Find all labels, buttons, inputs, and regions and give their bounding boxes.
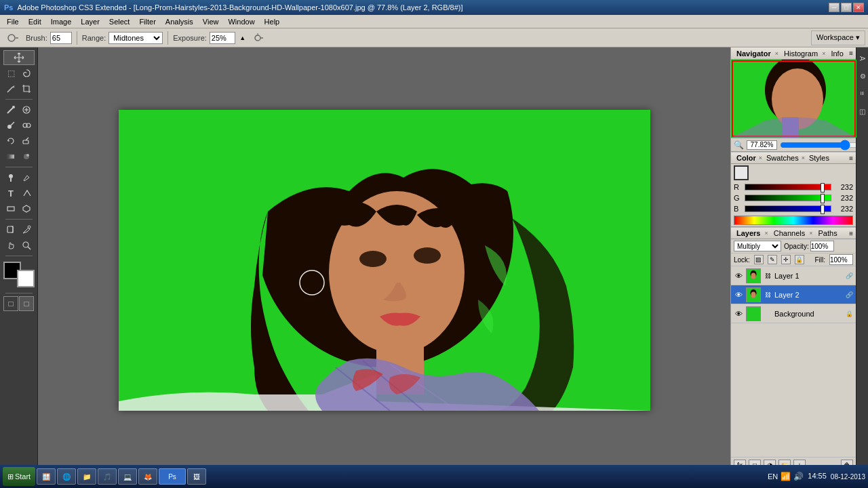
lock-position-icon[interactable]: ✛: [781, 255, 791, 264]
menu-edit[interactable]: Edit: [24, 16, 45, 27]
taskbar-item-imageready[interactable]: 🖼: [187, 468, 206, 485]
range-select[interactable]: Midtones Shadows Highlights: [108, 32, 163, 44]
color-spectrum-bar[interactable]: [734, 216, 853, 225]
tool-lasso[interactable]: [19, 66, 34, 81]
panel-close-icon[interactable]: ≡: [849, 49, 853, 57]
tool-eraser[interactable]: [19, 134, 34, 148]
panel-icon-2[interactable]: ⚙: [857, 68, 868, 84]
tab-histogram[interactable]: Histogram: [781, 49, 821, 58]
menu-image[interactable]: Image: [47, 16, 76, 27]
color-panel-menu[interactable]: ≡: [849, 155, 853, 162]
histogram-tab-close[interactable]: ×: [822, 50, 825, 57]
start-button[interactable]: ⊞ Start: [3, 467, 35, 486]
panel-icon-4[interactable]: ◫: [857, 103, 868, 119]
tool-blur[interactable]: [19, 149, 34, 164]
channels-tab-close[interactable]: ×: [809, 230, 812, 237]
b-slider-thumb[interactable]: [821, 205, 825, 214]
menu-analysis[interactable]: Analysis: [161, 16, 197, 27]
taskbar-item-firefox[interactable]: 🦊: [138, 468, 157, 485]
exposure-input[interactable]: [210, 32, 235, 44]
opacity-input[interactable]: [810, 241, 834, 251]
background-color[interactable]: [17, 270, 35, 287]
tab-navigator[interactable]: Navigator: [734, 49, 774, 58]
tool-quick-mask-off[interactable]: □: [3, 296, 18, 311]
layer-item-layer2[interactable]: 👁 ⛓ Layer 2 🔗: [731, 285, 856, 304]
color-swatch-display[interactable]: [734, 165, 749, 180]
zoom-out-icon[interactable]: 🔍: [734, 140, 744, 150]
tab-color[interactable]: Color: [734, 153, 759, 163]
layer1-visibility-toggle[interactable]: 👁: [734, 271, 743, 281]
exposure-airbrush[interactable]: [250, 30, 265, 45]
brush-size-input[interactable]: [50, 32, 72, 44]
tool-brush[interactable]: [3, 118, 18, 133]
tool-clone[interactable]: [19, 118, 34, 133]
tab-paths[interactable]: Paths: [816, 228, 840, 238]
tool-pen[interactable]: [19, 170, 34, 185]
tool-hand[interactable]: [3, 238, 18, 253]
layers-panel-menu[interactable]: ≡: [849, 230, 853, 237]
color-tab-close[interactable]: ×: [759, 155, 762, 161]
tab-channels[interactable]: Channels: [771, 228, 808, 238]
taskbar-item-folder[interactable]: 📁: [77, 468, 96, 485]
tool-text[interactable]: T: [3, 186, 18, 201]
tab-styles[interactable]: Styles: [806, 153, 832, 163]
layer-item-layer1[interactable]: 👁 ⛓ Layer 1 🔗: [731, 266, 856, 285]
workspace-options[interactable]: Workspace ▾: [811, 30, 865, 45]
layer2-chain-icon[interactable]: ⛓: [764, 290, 772, 300]
taskbar-item-ie[interactable]: 🌐: [57, 468, 76, 485]
color-picker-area[interactable]: [3, 262, 35, 287]
exposure-increment[interactable]: ▲: [238, 30, 248, 45]
layer2-visibility-toggle[interactable]: 👁: [734, 290, 743, 300]
layer-item-background[interactable]: 👁 Background 🔒: [731, 304, 856, 323]
swatches-tab-close[interactable]: ×: [802, 155, 805, 161]
tool-3d[interactable]: [19, 201, 34, 216]
background-visibility-toggle[interactable]: 👁: [734, 309, 743, 319]
menu-layer[interactable]: Layer: [77, 16, 104, 27]
tool-history-brush[interactable]: [3, 134, 18, 148]
tool-path-selection[interactable]: [19, 186, 34, 201]
taskbar-item-photoshop[interactable]: Ps: [159, 468, 186, 485]
tool-crop[interactable]: [19, 81, 34, 96]
tab-info[interactable]: Info: [828, 49, 846, 58]
tool-notes[interactable]: [3, 222, 18, 237]
maximize-button[interactable]: □: [841, 3, 852, 12]
tool-options-btn[interactable]: [3, 30, 23, 45]
tool-zoom[interactable]: [19, 238, 34, 253]
panel-icon-1[interactable]: A: [857, 50, 868, 66]
tool-eyedropper[interactable]: [3, 102, 18, 117]
layers-tab-close[interactable]: ×: [764, 230, 768, 237]
zoom-input[interactable]: 77.82%: [747, 140, 777, 150]
menu-file[interactable]: File: [3, 16, 23, 27]
menu-window[interactable]: Window: [224, 16, 258, 27]
tool-gradient[interactable]: [3, 149, 18, 164]
g-slider-thumb[interactable]: [821, 194, 825, 203]
menu-view[interactable]: View: [199, 16, 223, 27]
lock-all-icon[interactable]: 🔒: [795, 255, 804, 264]
r-slider-thumb[interactable]: [821, 183, 825, 192]
document-canvas[interactable]: [119, 110, 650, 411]
tool-eyedropper2[interactable]: [19, 222, 34, 237]
tab-layers[interactable]: Layers: [734, 228, 763, 238]
tool-marquee[interactable]: ⬚: [3, 66, 18, 81]
layer1-chain-icon[interactable]: ⛓: [764, 271, 772, 281]
blend-mode-select[interactable]: Multiply Normal Screen Overlay: [734, 241, 781, 251]
menu-filter[interactable]: Filter: [135, 16, 159, 27]
taskbar-item-media[interactable]: 🎵: [98, 468, 117, 485]
menu-select[interactable]: Select: [105, 16, 134, 27]
tab-swatches[interactable]: Swatches: [764, 153, 802, 163]
tool-healing[interactable]: [19, 102, 34, 117]
close-button[interactable]: ✕: [853, 3, 864, 12]
tool-move[interactable]: [3, 50, 35, 65]
lock-transparent-icon[interactable]: ▨: [754, 255, 764, 264]
tool-dodge[interactable]: [3, 170, 18, 185]
tool-wand[interactable]: [3, 81, 18, 96]
taskbar-item-explorer-1[interactable]: 🪟: [37, 468, 56, 485]
zoom-slider[interactable]: [780, 142, 867, 148]
fill-input[interactable]: [829, 254, 853, 265]
taskbar-item-computer[interactable]: 💻: [118, 468, 137, 485]
tool-quick-mask-on[interactable]: □: [19, 296, 34, 311]
lock-pixels-icon[interactable]: ✎: [768, 255, 777, 264]
panel-icon-3[interactable]: ≡: [857, 85, 868, 102]
minimize-button[interactable]: ─: [829, 3, 840, 12]
menu-help[interactable]: Help: [260, 16, 284, 27]
